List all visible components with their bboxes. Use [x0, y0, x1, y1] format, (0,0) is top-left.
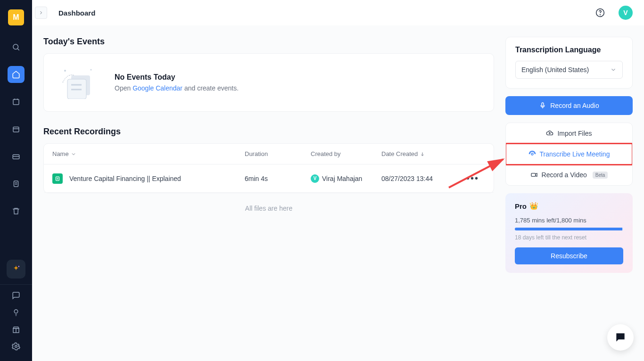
svg-rect-28 [56, 177, 59, 180]
svg-point-21 [64, 70, 66, 72]
microphone-icon [539, 102, 546, 109]
svg-rect-5 [13, 127, 19, 132]
svg-rect-34 [531, 173, 536, 177]
record-audio-button[interactable]: Record an Audio [505, 96, 633, 115]
column-duration[interactable]: Duration [245, 150, 311, 157]
import-files-button[interactable]: Import Files [506, 123, 632, 144]
folder-icon[interactable] [8, 148, 25, 165]
arrow-down-icon [420, 151, 425, 157]
recordings-section-title: Recent Recordings [43, 127, 494, 137]
chat-bubble-icon [614, 331, 627, 344]
user-avatar[interactable]: V [619, 6, 633, 20]
language-select[interactable]: English (United States) [515, 61, 623, 79]
svg-point-13 [14, 310, 18, 313]
notes-icon[interactable] [8, 175, 25, 192]
svg-point-12 [18, 266, 20, 267]
creator-avatar: V [311, 174, 319, 183]
record-video-button[interactable]: Record a Video Beta [506, 164, 632, 185]
column-name[interactable]: Name [52, 150, 245, 157]
video-icon [530, 171, 538, 179]
chevron-down-icon [610, 66, 617, 73]
crown-icon: 👑 [529, 202, 538, 210]
trash-icon[interactable] [8, 203, 25, 220]
action-list: Import Files Transcribe Live Meeting Rec… [505, 123, 633, 186]
recording-name: Venture Capital Financing || Explained [69, 175, 181, 182]
svg-line-1 [17, 49, 19, 50]
help-icon[interactable] [595, 8, 605, 18]
svg-point-22 [91, 69, 92, 71]
column-created-by[interactable]: Created by [311, 150, 381, 157]
bulb-icon[interactable] [12, 308, 20, 319]
page-title: Dashboard [58, 9, 95, 17]
meetings-icon[interactable] [8, 93, 25, 110]
events-section-title: Today's Events [43, 37, 494, 47]
pro-card: Pro 👑 1,785 mins left/1,800 mins 18 days… [505, 193, 633, 273]
ai-sparkle-button[interactable] [7, 260, 25, 279]
events-empty-subtitle: Open Google Calendar and create events. [115, 84, 239, 92]
pro-days-left: 18 days left till the next reset [515, 234, 623, 241]
creator-name: Viraj Mahajan [322, 175, 362, 182]
header: Dashboard V [32, 0, 644, 25]
search-icon[interactable] [8, 39, 25, 56]
chat-icon[interactable] [12, 291, 20, 302]
svg-marker-35 [535, 173, 537, 177]
language-card: Transcription Language English (United S… [505, 37, 633, 89]
more-actions-button[interactable]: ••• [466, 173, 485, 184]
column-date-created[interactable]: Date Created [381, 150, 466, 157]
svg-rect-31 [542, 103, 544, 106]
table-row[interactable]: Venture Capital Financing || Explained 6… [44, 164, 494, 193]
gear-icon[interactable] [12, 342, 20, 353]
events-empty-title: No Events Today [115, 73, 239, 82]
svg-point-33 [531, 153, 533, 155]
pro-title: Pro [515, 202, 527, 210]
usage-progress [515, 228, 623, 230]
events-illustration [58, 66, 100, 99]
chevron-down-icon [71, 151, 76, 157]
beta-badge: Beta [593, 172, 608, 179]
gift-icon[interactable] [12, 325, 20, 336]
pro-minutes: 1,785 mins left/1,800 mins [515, 217, 623, 224]
calendar-icon[interactable] [8, 121, 25, 138]
svg-point-18 [15, 345, 17, 348]
google-calendar-link[interactable]: Google Calendar [132, 84, 182, 92]
svg-point-20 [600, 15, 601, 15]
events-empty-card: No Events Today Open Google Calendar and… [43, 53, 494, 112]
recordings-table: Name Duration Created by Date Created Ve… [43, 143, 494, 193]
home-icon[interactable] [8, 66, 25, 83]
recording-date: 08/27/2023 13:44 [381, 175, 466, 182]
chat-fab[interactable] [607, 324, 634, 351]
app-logo[interactable]: M [8, 9, 24, 25]
recording-duration: 6min 4s [245, 175, 311, 182]
transcribe-live-button[interactable]: Transcribe Live Meeting [506, 144, 632, 164]
file-icon [52, 173, 63, 184]
resubscribe-button[interactable]: Resubscribe [515, 247, 623, 264]
sidebar: M [0, 0, 32, 361]
svg-point-0 [13, 44, 18, 49]
live-transcribe-icon [528, 150, 536, 158]
svg-rect-2 [13, 99, 19, 105]
all-files-footer: All files are here [43, 193, 494, 223]
cloud-upload-icon [546, 130, 553, 137]
sidebar-toggle[interactable] [35, 7, 47, 19]
language-title: Transcription Language [515, 46, 623, 54]
